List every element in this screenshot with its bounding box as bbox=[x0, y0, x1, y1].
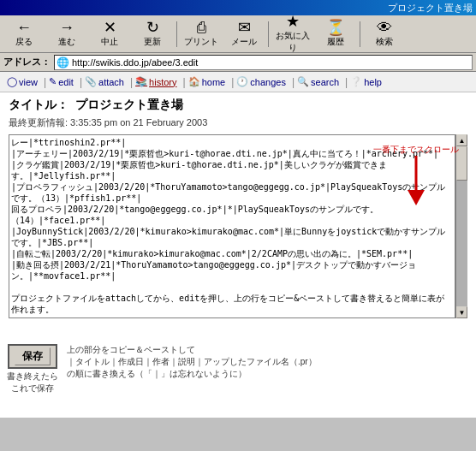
home-label: home bbox=[202, 77, 226, 87]
mail-label: メール bbox=[231, 36, 257, 48]
annotation-text: 一番下までスクロール bbox=[373, 144, 459, 156]
nav-view[interactable]: ◯ view bbox=[7, 76, 38, 87]
svg-marker-1 bbox=[408, 190, 425, 205]
content-area: タイトル： プロジェクト置き場 最終更新情報: 3:35:35 pm on 21… bbox=[0, 92, 476, 341]
nav-sep-3: | bbox=[130, 76, 133, 88]
edit-icon: ✎ bbox=[49, 76, 57, 87]
history-nav-icon: 📚 bbox=[135, 76, 147, 87]
toolbar-separator-3 bbox=[360, 21, 360, 47]
favorites-button[interactable]: ★ お気に入り bbox=[272, 18, 313, 50]
save-line2: これで保存 bbox=[11, 383, 54, 393]
toolbar-separator-2 bbox=[268, 21, 269, 47]
nav-changes[interactable]: 🕐 changes bbox=[236, 76, 286, 87]
save-outer: 保存 書き終えたら これで保存 bbox=[7, 344, 58, 395]
nav-attach[interactable]: 📎 attach bbox=[85, 76, 124, 87]
changes-label: changes bbox=[250, 77, 286, 87]
print-icon: ⎙ bbox=[197, 20, 206, 35]
forward-button[interactable]: → 進む bbox=[46, 18, 87, 50]
instruction-right: 上の部分をコピー＆ペーストして ｜タイトル｜作成日｜作者｜説明｜アップしたファイ… bbox=[67, 344, 469, 380]
edit-label: edit bbox=[58, 77, 74, 87]
attach-icon: 📎 bbox=[85, 76, 97, 87]
refresh-icon: ↻ bbox=[146, 20, 159, 35]
page-title-row: タイトル： プロジェクト置き場 bbox=[9, 98, 467, 113]
toolbar-separator bbox=[176, 21, 177, 47]
globe-icon: 🌐 bbox=[57, 56, 69, 68]
save-instruction-left: 書き終えたら これで保存 bbox=[7, 371, 58, 395]
stop-icon: ✕ bbox=[104, 20, 116, 35]
nav-help[interactable]: ❔ help bbox=[350, 76, 382, 87]
search-nav-icon: 🔍 bbox=[297, 76, 309, 87]
scrollbar-down[interactable]: ▼ bbox=[456, 306, 467, 318]
print-label: プリント bbox=[184, 36, 218, 48]
address-bar: アドレス： 🌐 http://swikis.ddo.jp/abee/3.edit bbox=[0, 53, 476, 72]
stop-label: 中止 bbox=[101, 36, 118, 48]
save-line1: 書き終えたら bbox=[7, 371, 58, 381]
save-box: 保存 bbox=[8, 344, 57, 369]
back-icon: ← bbox=[16, 20, 32, 35]
help-icon: ❔ bbox=[350, 76, 362, 87]
mail-button[interactable]: ✉ メール bbox=[223, 18, 265, 50]
history-label: 履歴 bbox=[327, 36, 344, 48]
mail-icon: ✉ bbox=[238, 20, 251, 35]
forward-label: 進む bbox=[58, 36, 75, 48]
title-label: タイトル： bbox=[9, 98, 68, 113]
title-value: プロジェクト置き場 bbox=[75, 98, 183, 113]
address-input[interactable]: 🌐 http://swikis.ddo.jp/abee/3.edit bbox=[54, 55, 473, 70]
history-button[interactable]: ⏳ 履歴 bbox=[315, 18, 356, 50]
forward-icon: → bbox=[59, 20, 74, 35]
print-button[interactable]: ⎙ プリント bbox=[181, 18, 222, 50]
title-bar: プロジェクト置き場 bbox=[0, 0, 476, 15]
search-icon: 👁 bbox=[377, 20, 392, 35]
nav-search[interactable]: 🔍 search bbox=[297, 76, 339, 87]
nav-sep-2: | bbox=[80, 76, 82, 88]
nav-sep-4: | bbox=[183, 76, 186, 88]
address-url: http://swikis.ddo.jp/abee/3.edit bbox=[72, 57, 198, 68]
attach-label: attach bbox=[98, 77, 124, 87]
toolbar: ← 戻る → 進む ✕ 中止 ↻ 更新 ⎙ プリント ✉ メール ★ お気に入り… bbox=[0, 15, 476, 53]
bottom-area: 保存 書き終えたら これで保存 上の部分をコピー＆ペーストして ｜タイトル｜作成… bbox=[0, 341, 476, 418]
nav-history[interactable]: 📚 history bbox=[135, 76, 176, 87]
favorites-label: お気に入り bbox=[272, 30, 313, 54]
nav-sep-5: | bbox=[231, 76, 234, 88]
view-label: view bbox=[19, 77, 38, 87]
last-update: 最終更新情報: 3:35:35 pm on 21 February 2003 bbox=[9, 116, 467, 129]
save-button[interactable]: 保存 bbox=[15, 347, 51, 365]
nav-sep-1: | bbox=[44, 76, 46, 88]
search-nav-label: search bbox=[311, 77, 339, 87]
save-label-area: 保存 書き終えたら これで保存 上の部分をコピー＆ペーストして ｜タイトル｜作成… bbox=[7, 344, 469, 395]
home-icon: 🏠 bbox=[188, 76, 200, 87]
nav-home[interactable]: 🏠 home bbox=[188, 76, 226, 87]
address-label: アドレス： bbox=[3, 56, 51, 68]
stop-button[interactable]: ✕ 中止 bbox=[89, 18, 130, 50]
refresh-label: 更新 bbox=[144, 36, 161, 48]
search-label: 検索 bbox=[376, 36, 393, 48]
history-icon: ⏳ bbox=[326, 20, 345, 35]
changes-icon: 🕐 bbox=[236, 76, 248, 87]
nav-bar: ◯ view | ✎ edit | 📎 attach | 📚 history |… bbox=[0, 72, 476, 92]
view-icon: ◯ bbox=[7, 76, 17, 87]
back-button[interactable]: ← 戻る bbox=[3, 18, 45, 50]
title-text: プロジェクト置き場 bbox=[388, 2, 473, 15]
favorites-icon: ★ bbox=[286, 14, 300, 29]
nav-edit[interactable]: ✎ edit bbox=[49, 76, 74, 87]
search-button[interactable]: 👁 検索 bbox=[364, 18, 405, 50]
back-label: 戻る bbox=[15, 36, 33, 48]
history-nav-label: history bbox=[149, 77, 176, 87]
down-arrow-icon bbox=[404, 156, 428, 207]
help-label: help bbox=[364, 77, 382, 87]
nav-sep-6: | bbox=[292, 76, 295, 88]
nav-sep-7: | bbox=[345, 76, 348, 88]
refresh-button[interactable]: ↻ 更新 bbox=[132, 18, 173, 50]
